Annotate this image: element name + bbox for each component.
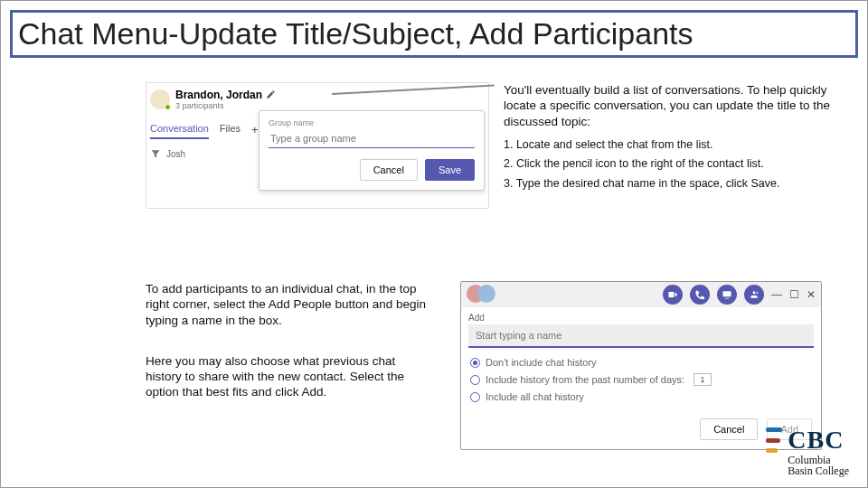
title-bar: Chat Menu-Update Title/Subject, Add Part… [10,10,858,58]
add-people-window: — ☐ ✕ Add Start typing a name Don't incl… [460,281,822,450]
row-rename: Brandon, Jordan 3 participants Conversat… [146,82,840,209]
tab-files[interactable]: Files [220,123,241,139]
step-1: 1. Locate and select the chat from the l… [504,138,840,153]
radio-label: Include all chat history [486,391,584,402]
radio-icon [470,375,480,385]
step-3: 3. Type the desired chat name in the spa… [504,177,840,192]
screen-share-icon[interactable] [717,285,737,305]
add-paragraph-1: To add participants to an individual cha… [146,281,433,328]
pencil-icon[interactable] [266,89,276,101]
video-call-icon[interactable] [663,285,683,305]
row-add-people: To add participants to an individual cha… [146,281,822,450]
add-people-icon[interactable] [744,285,764,305]
add-people-text: To add participants to an individual cha… [146,281,433,450]
chat-title: Brandon, Jordan [175,89,276,101]
step-2: 2. Click the pencil icon to the right of… [504,157,840,172]
radio-all-history[interactable]: Include all chat history [470,391,812,402]
avatar-stack [467,285,497,305]
days-input[interactable]: 1 [693,373,712,386]
radio-days-history[interactable]: Include history from the past number of … [470,373,812,386]
radio-icon [470,392,480,402]
rename-popup: Group name Cancel Save [259,110,485,191]
presence-dot [165,104,171,110]
rename-chat-window: Brandon, Jordan 3 participants Conversat… [146,82,489,209]
group-name-label: Group name [269,118,475,127]
group-name-input[interactable] [269,129,475,148]
window-controls: — ☐ ✕ [764,288,816,301]
add-tab-icon[interactable]: + [251,123,259,139]
participant-count: 3 participants [175,101,276,110]
screenshot-add-people: — ☐ ✕ Add Start typing a name Don't incl… [460,281,822,450]
chat-header: Brandon, Jordan 3 participants [150,89,276,110]
filter-row: Josh [150,148,185,159]
chat-tabs: Conversation Files + [150,123,259,139]
audio-call-icon[interactable] [690,285,710,305]
save-button[interactable]: Save [425,159,475,181]
screenshot-rename-chat: Brandon, Jordan 3 participants Conversat… [146,82,489,209]
maximize-icon[interactable]: ☐ [789,288,799,301]
add-paragraph-2: Here you may also choose what previous c… [146,353,433,400]
logo-line2: Basin College [788,465,849,477]
filter-chip: Josh [166,149,185,159]
close-icon[interactable]: ✕ [807,288,816,301]
add-label: Add [461,307,821,324]
history-options: Don't include chat history Include histo… [461,348,821,413]
popup-buttons: Cancel Save [269,159,475,181]
avatar [150,89,170,109]
chat-title-text: Brandon, Jordan [175,89,262,101]
tab-conversation[interactable]: Conversation [150,123,209,139]
minimize-icon[interactable]: — [771,288,782,301]
cancel-button[interactable]: Cancel [360,159,418,181]
radio-icon [470,358,480,368]
slide-title: Chat Menu-Update Title/Subject, Add Part… [18,16,850,52]
chat-top-bar: — ☐ ✕ [461,282,821,307]
logo-abbr: CBC [788,426,844,455]
cbc-logo: CBC Columbia Basin College [766,426,849,476]
slide: Chat Menu-Update Title/Subject, Add Part… [0,0,868,488]
avatar [477,285,495,303]
name-search-input[interactable]: Start typing a name [468,324,814,348]
intro-paragraph: You'll eventually build a list of conver… [504,82,840,129]
radio-label: Don't include chat history [486,357,597,368]
cancel-button[interactable]: Cancel [700,418,758,440]
action-icons [663,285,764,305]
radio-no-history[interactable]: Don't include chat history [470,357,812,368]
filter-icon[interactable] [150,148,161,159]
logo-stripes-icon [766,427,782,453]
rename-instructions: You'll eventually build a list of conver… [489,82,840,209]
radio-label: Include history from the past number of … [486,374,684,385]
